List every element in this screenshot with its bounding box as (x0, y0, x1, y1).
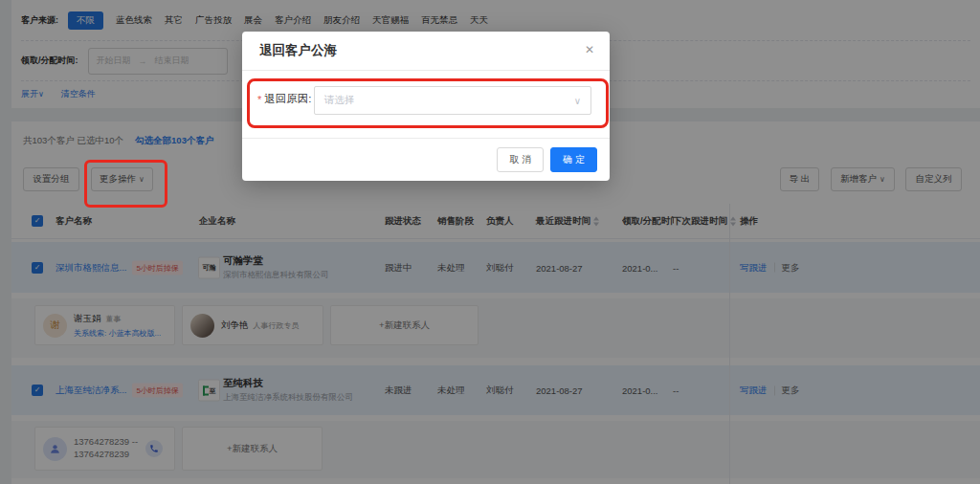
return-reason-label: 退回原因: (264, 92, 311, 106)
modal-title: 退回客户公海 (259, 42, 337, 59)
modal-header: 退回客户公海 (242, 32, 610, 71)
chevron-down-icon: ∨ (574, 96, 581, 106)
close-icon[interactable]: ✕ (585, 43, 594, 56)
required-mark: * (257, 94, 261, 105)
crm-customer-page: 客户来源: 不限 蓝色线索 其它 广告投放 展会 客户介绍 朋友介绍 天官赐福 … (0, 0, 980, 484)
return-to-pool-modal: 退回客户公海 ✕ * 退回原因: 请选择 ∨ 取 消 确 定 (242, 32, 610, 181)
return-reason-select[interactable]: 请选择 ∨ (314, 86, 591, 115)
return-reason-field: * 退回原因: (257, 92, 311, 106)
select-placeholder: 请选择 (324, 94, 574, 107)
confirm-button[interactable]: 确 定 (550, 147, 597, 172)
cancel-button[interactable]: 取 消 (497, 147, 544, 172)
modal-footer: 取 消 确 定 (242, 138, 610, 181)
